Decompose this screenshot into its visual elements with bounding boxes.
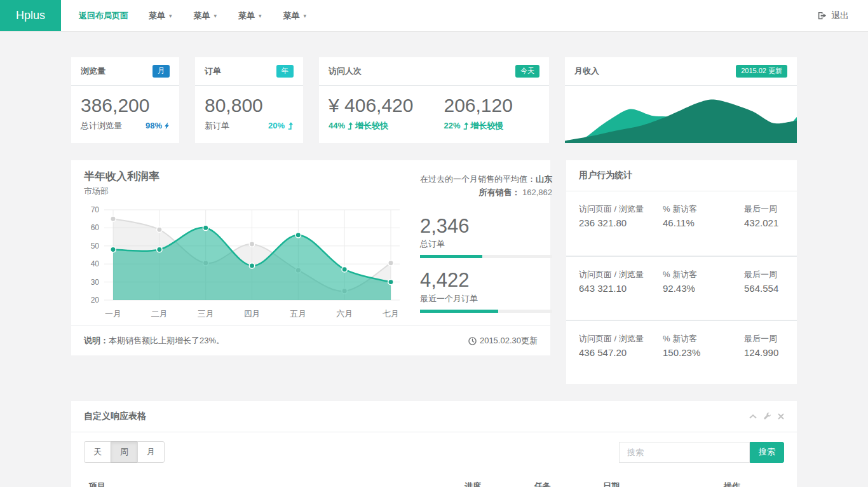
close-icon[interactable] [778,413,784,420]
card-title: 月收入 [574,65,599,77]
svg-text:五月: 五月 [290,309,306,319]
svg-text:二月: 二月 [151,309,168,319]
bolt-icon [165,122,170,130]
column-header-date: 日期 [598,476,719,487]
card-title: 浏览量 [81,65,105,77]
card-custom-table: 自定义响应表格 天 周 [71,401,797,487]
menu-label: 菜单 [194,10,210,22]
user-stats-row: 访问页面 / 浏览量 236 321.80 % 新访客 46.11% 最后一周 … [566,191,797,256]
clock-icon [468,337,477,345]
table-card-title: 自定义响应表格 [84,411,146,422]
last-week-value: 564.554 [744,283,784,294]
sign-out-icon [817,11,827,20]
footer-updated: 2015.02.30更新 [480,335,538,346]
card-visits: 访问人次 今天 ¥ 406,420 44% 增长较快 [319,57,549,143]
card-monthly-income: 月收入 2015.02 更新 [565,57,797,143]
visits-count-stat: 22% [444,121,460,130]
search-button[interactable]: 搜索 [750,442,784,463]
card-user-behavior: 用户行为统计 访问页面 / 浏览量 236 321.80 % 新访客 46.11… [566,160,797,384]
card-title: 访问人次 [329,65,362,77]
column-header-task: 任务 [529,476,598,487]
wrench-icon[interactable] [763,413,771,421]
month-orders-value: 4,422 [420,269,552,292]
svg-text:50: 50 [91,242,100,250]
last-week-label: 最后一周 [744,203,784,216]
last-week-label: 最后一周 [744,268,784,281]
menu-dropdown-3[interactable]: 菜单 ▾ [227,0,273,31]
views-stat: 98% [146,121,162,130]
summary-line2-label: 所有销售： [478,188,520,197]
svg-text:40: 40 [91,259,100,268]
svg-text:30: 30 [91,278,100,287]
pv-label: 访问页面 / 浏览量 [579,268,656,281]
search-input[interactable] [619,442,750,463]
caret-down-icon: ▾ [304,13,307,19]
svg-text:六月: 六月 [336,309,353,319]
card-half-year-revenue: 半年收入利润率 市场部 203040506070一月二月三月四月五月六月七月 在… [71,160,550,355]
caret-down-icon: ▾ [169,13,172,19]
svg-text:70: 70 [91,205,100,214]
period-badge: 今天 [515,65,539,77]
monthly-income-area-chart [565,86,797,143]
orders-stat: 20% [268,121,285,130]
new-visitor-label: % 新访客 [663,268,738,281]
progress-bar [420,310,498,313]
new-visitor-value: 46.11% [663,217,738,228]
menu-dropdown-2[interactable]: 菜单 ▾ [183,0,228,31]
visits-amount-note: 增长较快 [355,120,388,132]
svg-text:一月: 一月 [105,309,121,319]
menu-label: 菜单 [238,10,255,22]
level-up-icon [287,122,294,130]
new-visitor-label: % 新访客 [663,333,738,345]
caret-down-icon: ▾ [214,13,217,19]
menu-label: 菜单 [283,10,300,22]
revenue-chart-title: 半年收入利润率 [84,169,405,184]
period-badge: 月 [153,65,170,77]
total-orders-progress [420,255,552,258]
brand-logo[interactable]: Hplus [0,0,61,31]
visits-count-value: 206,120 [444,95,512,117]
svg-text:三月: 三月 [198,309,214,319]
range-button-day[interactable]: 天 [84,441,111,463]
sales-summary: 在过去的一个月销售的平均值：山东 所有销售： 162,862 [420,173,552,200]
range-button-group: 天 周 月 [84,441,165,463]
collapse-chevron-up-icon[interactable] [749,414,757,419]
pv-value: 643 321.10 [579,283,656,294]
orders-label: 新订单 [205,120,229,132]
period-badge: 年 [276,65,294,77]
column-header-actions: 操作 [719,476,784,487]
svg-text:20: 20 [91,296,100,305]
update-badge: 2015.02 更新 [736,65,787,77]
visits-amount-stat: 44% [329,121,345,130]
last-week-value: 432.021 [744,217,784,228]
user-stats-row: 访问页面 / 浏览量 643 321.10 % 新访客 92.43% 最后一周 … [566,256,797,320]
back-to-layout-link[interactable]: 返回布局页面 [69,0,138,31]
month-orders-label: 最近一个月订单 [420,293,552,305]
svg-text:四月: 四月 [244,309,261,319]
views-label: 总计浏览量 [81,120,122,132]
range-button-month[interactable]: 月 [137,441,165,463]
summary-line1-label: 在过去的一个月销售的平均值： [420,174,536,184]
progress-bar [420,255,482,258]
footer-note-label: 说明： [84,336,109,345]
svg-text:60: 60 [91,223,100,232]
total-orders-value: 2,346 [420,215,552,238]
card-page-views: 浏览量 月 386,200 总计浏览量 98% [71,57,179,143]
orders-value: 80,800 [205,95,294,117]
new-visitor-label: % 新访客 [663,203,738,216]
pv-value: 436 547.20 [579,347,656,358]
menu-label: 菜单 [149,10,165,22]
logout-button[interactable]: 退出 [817,10,849,22]
new-visitor-value: 150.23% [663,347,738,358]
column-header-project: 项目 [84,476,459,487]
revenue-area-chart: 203040506070一月二月三月四月五月六月七月 [84,203,405,319]
level-up-icon [347,122,353,130]
menu-dropdown-4[interactable]: 菜单 ▾ [273,0,318,31]
menu-dropdown-1[interactable]: 菜单 ▾ [138,0,183,31]
range-button-week[interactable]: 周 [111,441,138,463]
card-title: 订单 [205,65,221,77]
pv-label: 访问页面 / 浏览量 [579,333,656,345]
summary-line2-value: 162,862 [522,188,552,197]
svg-text:七月: 七月 [383,309,399,319]
user-stats-title: 用户行为统计 [566,160,797,191]
